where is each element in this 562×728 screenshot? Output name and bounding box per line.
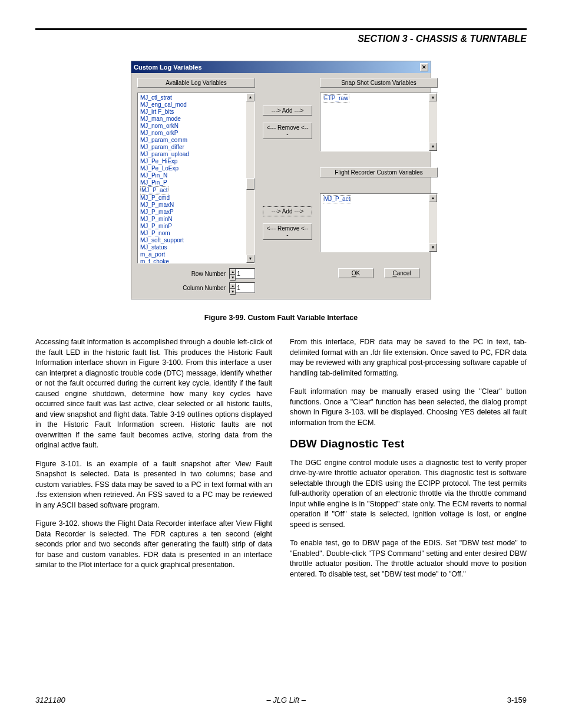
list-item[interactable]: MJ_Pe_LoExp xyxy=(140,165,252,172)
row-number-stepper[interactable]: ▲▼ xyxy=(229,268,255,279)
scroll-up-icon[interactable]: ▲ xyxy=(246,93,254,101)
list-item[interactable]: m_a_port xyxy=(140,251,252,258)
body-paragraph: Accessing fault information is accomplis… xyxy=(35,337,272,451)
body-paragraph: Figure 3-102. shows the Flight Data Reco… xyxy=(35,519,272,571)
list-item[interactable]: m_f_choke xyxy=(140,258,252,263)
remove-snapshot-button[interactable]: <--- Remove <--- xyxy=(263,123,312,139)
row-number-input[interactable] xyxy=(236,269,254,278)
list-item[interactable]: MJ_man_mode xyxy=(140,116,252,123)
footer-page-number: 3-159 xyxy=(507,696,527,704)
body-paragraph: From this interface, FDR data may be sav… xyxy=(290,337,527,378)
scrollbar-thumb[interactable] xyxy=(246,178,254,190)
scrollbar-track[interactable] xyxy=(429,202,437,243)
body-paragraph: The DGC engine control module uses a dia… xyxy=(290,458,527,531)
list-item[interactable]: MJ_nom_orkN xyxy=(140,123,252,130)
add-flightrec-button[interactable]: ---> Add ---> xyxy=(263,206,312,216)
scroll-up-icon[interactable]: ▲ xyxy=(429,93,437,101)
list-item[interactable]: MJ_param_upload xyxy=(140,151,252,158)
list-item[interactable]: MJ_nom_orkP xyxy=(140,130,252,137)
list-item[interactable]: MJ_P_cmd xyxy=(140,195,252,202)
body-paragraph: Fault information may be manually erased… xyxy=(290,387,527,428)
list-item[interactable]: MJ_status xyxy=(140,244,252,251)
scroll-down-icon[interactable]: ▼ xyxy=(429,243,437,252)
list-item[interactable]: MJ_eng_cal_mod xyxy=(140,101,252,108)
list-item[interactable]: MJ_P_maxP xyxy=(140,209,252,216)
column-number-stepper[interactable]: ▲▼ xyxy=(229,282,255,293)
header-rule xyxy=(35,28,527,30)
add-snapshot-button[interactable]: ---> Add ---> xyxy=(263,106,312,116)
available-vars-listbox[interactable]: MJ_ctl_stratMJ_eng_cal_modMJ_irt F_bitsM… xyxy=(137,93,255,263)
ok-button[interactable]: OK xyxy=(338,268,373,278)
scrollbar-track[interactable] xyxy=(429,101,437,143)
list-item[interactable]: MJ_P_act xyxy=(323,195,435,203)
chevron-down-icon[interactable]: ▼ xyxy=(230,275,236,281)
scrollbar-track[interactable] xyxy=(246,101,254,255)
dialog-titlebar: Custom Log Variables ✕ xyxy=(131,61,431,73)
snapshot-vars-listbox[interactable]: ETP_raw ▲ ▼ xyxy=(320,93,438,151)
scroll-down-icon[interactable]: ▼ xyxy=(429,143,437,151)
list-item[interactable]: MJ_P_minN xyxy=(140,216,252,223)
list-item[interactable]: ETP_raw xyxy=(323,94,435,103)
scroll-up-icon[interactable]: ▲ xyxy=(429,194,437,202)
scroll-down-icon[interactable]: ▼ xyxy=(246,255,254,263)
body-paragraph: To enable test, go to DBW page of the ED… xyxy=(290,538,527,579)
body-paragraph: Figure 3-101. is an example of a fault s… xyxy=(35,459,272,511)
footer-center: – JLG Lift – xyxy=(266,696,305,704)
chevron-up-icon[interactable]: ▲ xyxy=(230,269,236,275)
column-number-label: Column Number xyxy=(183,285,226,291)
list-item[interactable]: MJ_P_minP xyxy=(140,223,252,230)
chevron-down-icon[interactable]: ▼ xyxy=(230,289,236,295)
list-item[interactable]: MJ_Pin_N xyxy=(140,172,252,179)
custom-log-variables-dialog: Custom Log Variables ✕ Available Log Var… xyxy=(131,61,431,299)
list-item[interactable]: MJ_soft_support xyxy=(140,237,252,244)
remove-flightrec-button[interactable]: <--- Remove <--- xyxy=(263,223,312,240)
flightrec-vars-listbox[interactable]: MJ_P_act ▲ ▼ xyxy=(320,193,438,252)
dialog-title: Custom Log Variables xyxy=(134,64,202,71)
snapshot-vars-label: Snap Shot Custom Variables xyxy=(320,78,438,88)
list-item[interactable]: MJ_Pin_P xyxy=(140,179,252,186)
list-item[interactable]: MJ_Pe_HiExp xyxy=(140,158,252,165)
list-item[interactable]: MJ_P_act xyxy=(140,186,252,195)
list-item[interactable]: MJ_ctl_strat xyxy=(140,94,252,101)
column-number-input[interactable] xyxy=(236,283,254,292)
list-item[interactable]: MJ_P_nom xyxy=(140,230,252,237)
footer-left: 3121180 xyxy=(35,696,65,704)
figure-caption: Figure 3-99. Custom Fault Variable Inter… xyxy=(35,314,527,322)
list-item[interactable]: MJ_P_maxN xyxy=(140,202,252,209)
chevron-up-icon[interactable]: ▲ xyxy=(230,283,236,289)
list-item[interactable]: MJ_irt F_bits xyxy=(140,108,252,116)
list-item[interactable]: MJ_param_comm xyxy=(140,137,252,144)
row-number-label: Row Number xyxy=(191,271,226,277)
list-item[interactable]: MJ_param_differ xyxy=(140,144,252,151)
close-icon[interactable]: ✕ xyxy=(420,63,428,71)
dbw-heading: DBW Diagnostic Test xyxy=(290,436,527,452)
cancel-button[interactable]: Cancel xyxy=(384,268,419,278)
available-vars-label: Available Log Variables xyxy=(137,78,255,88)
flightrec-vars-label: Flight Recorder Custom Variables xyxy=(320,167,438,177)
section-title: SECTION 3 - CHASSIS & TURNTABLE xyxy=(35,34,527,44)
